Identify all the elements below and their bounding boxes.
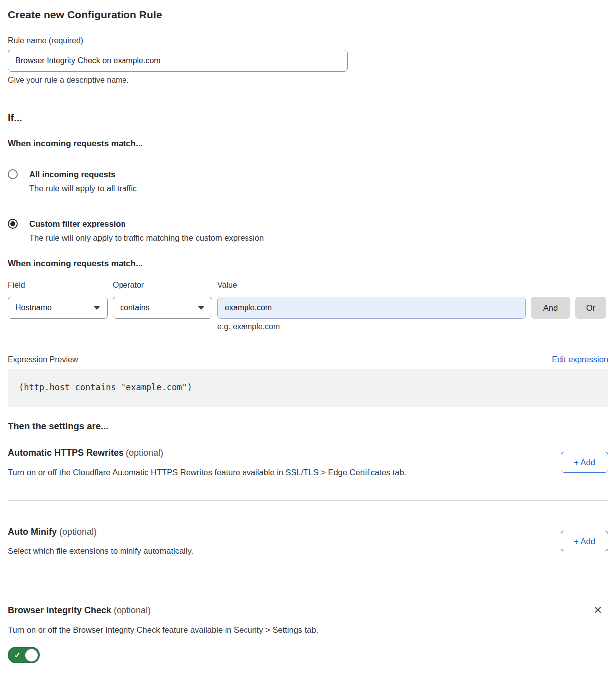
radio-option-label: All incoming requests xyxy=(29,169,137,180)
setting-auto-minify: Auto Minify(optional) Select which file … xyxy=(8,526,608,556)
field-select[interactable]: Hostname xyxy=(8,297,108,319)
chevron-down-icon xyxy=(93,306,100,310)
setting-description: Turn on or off the Cloudflare Automatic … xyxy=(8,467,406,478)
expression-preview-box: (http.host contains "example.com") xyxy=(8,369,608,407)
expression-preview-header: Expression Preview Edit expression xyxy=(8,355,608,364)
match-heading: When incoming requests match... xyxy=(8,139,608,149)
expression-preview-label: Expression Preview xyxy=(8,355,78,364)
and-button[interactable]: And xyxy=(531,297,570,319)
radio-icon[interactable] xyxy=(8,219,18,229)
check-icon: ✓ xyxy=(14,650,21,659)
value-help-row: e.g. example.com xyxy=(8,322,608,331)
create-configuration-rule-form: Create new Configuration Rule Rule name … xyxy=(0,0,616,675)
setting-title: Browser Integrity Check(optional) xyxy=(8,604,151,616)
or-button[interactable]: Or xyxy=(575,297,606,319)
radio-option-description: The rule will apply to all traffic xyxy=(29,183,137,194)
rule-name-input[interactable] xyxy=(8,50,348,72)
setting-description: Turn on or off the Browser Integrity Che… xyxy=(8,624,608,635)
radio-icon[interactable] xyxy=(8,169,18,179)
operator-select-value: contains xyxy=(120,303,150,312)
expression-builder-heading: When incoming requests match... xyxy=(8,259,608,269)
expression-builder-labels: Field Operator Value xyxy=(8,281,608,290)
value-input[interactable] xyxy=(217,297,526,319)
setting-automatic-https-rewrites: Automatic HTTPS Rewrites(optional) Turn … xyxy=(8,447,608,478)
close-icon[interactable]: ✕ xyxy=(593,604,602,616)
add-automatic-https-rewrites-button[interactable]: + Add xyxy=(561,452,608,473)
section-divider xyxy=(8,99,608,99)
setting-divider xyxy=(8,579,608,579)
operator-select[interactable]: contains xyxy=(113,297,212,319)
then-settings-heading: Then the settings are... xyxy=(8,421,608,432)
field-column-label: Field xyxy=(8,281,108,290)
browser-integrity-toggle[interactable]: ✓ xyxy=(8,647,40,663)
operator-column-label: Operator xyxy=(113,281,212,290)
field-select-value: Hostname xyxy=(15,303,52,312)
radio-option-label: Custom filter expression xyxy=(29,218,264,229)
radio-option-description: The rule will only apply to traffic matc… xyxy=(29,232,264,243)
chevron-down-icon xyxy=(198,306,205,310)
setting-description: Select which file extensions to minify a… xyxy=(8,546,193,556)
radio-option-custom-filter-expression[interactable]: Custom filter expression The rule will o… xyxy=(8,218,608,243)
setting-divider xyxy=(8,500,608,501)
rule-name-help: Give your rule a descriptive name. xyxy=(8,76,608,85)
setting-title: Automatic HTTPS Rewrites(optional) xyxy=(8,447,406,459)
page-title: Create new Configuration Rule xyxy=(8,9,608,21)
expression-code: (http.host contains "example.com") xyxy=(19,382,597,392)
radio-option-all-incoming-requests[interactable]: All incoming requests The rule will appl… xyxy=(8,169,608,194)
add-auto-minify-button[interactable]: + Add xyxy=(561,531,608,551)
rule-name-label: Rule name (required) xyxy=(8,36,608,45)
expression-builder-row: Hostname contains And Or xyxy=(8,297,608,319)
value-help-text: e.g. example.com xyxy=(217,322,526,331)
setting-browser-integrity-check: Browser Integrity Check(optional) ✕ Turn… xyxy=(8,604,608,665)
edit-expression-link[interactable]: Edit expression xyxy=(552,355,608,364)
if-heading: If... xyxy=(8,112,608,124)
value-column-label: Value xyxy=(217,281,526,290)
toggle-knob xyxy=(25,649,38,661)
setting-title: Auto Minify(optional) xyxy=(8,526,193,538)
